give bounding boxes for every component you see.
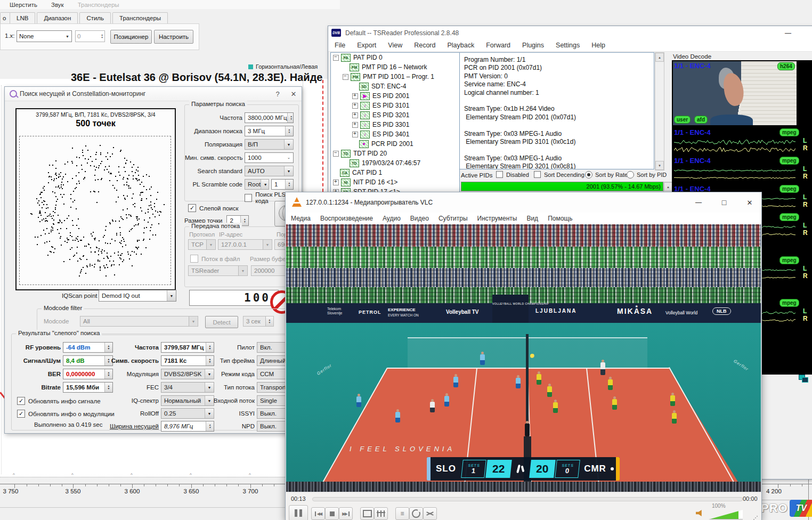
tree-node[interactable]: TD TDT PID 20 <box>331 149 459 158</box>
tree-node-label[interactable]: ES PID 2001 <box>372 92 409 100</box>
expand-toggle-icon[interactable] <box>343 65 347 70</box>
expand-toggle-icon[interactable] <box>352 93 358 99</box>
chevron-down-icon[interactable]: ▼ <box>261 180 269 189</box>
vlc-menu-item[interactable]: Вид <box>526 215 538 222</box>
background-menu-item[interactable]: Звук <box>51 2 64 8</box>
tree-node[interactable]: ♪ ES PID 3101 <box>331 101 459 110</box>
tree-node-label[interactable]: PCR PID 2001 <box>371 140 413 148</box>
sort-by-pid-radio[interactable]: Sort by PID <box>627 171 667 178</box>
vlc-menu-item[interactable]: Медиа <box>291 215 311 222</box>
scroll-up-icon[interactable]: ▲ <box>655 53 664 62</box>
tsreader-menu-item[interactable]: Playback <box>447 42 474 49</box>
tab-partial[interactable]: о <box>0 12 11 23</box>
expand-toggle-icon[interactable] <box>333 180 339 185</box>
tree-node[interactable]: SD SDT: ENC-4 <box>331 82 459 91</box>
tree-node[interactable]: ♪ ES PID 3401 <box>331 129 459 139</box>
update-modulation-checkbox[interactable]: ✓Обновлять инфо о модуляции <box>17 410 115 418</box>
spinner-arrows-icon[interactable]: ▴▾ <box>101 34 103 39</box>
tree-node[interactable]: PA PAT PID 0 <box>331 53 459 62</box>
tsreader-menu-item[interactable]: Plugins <box>522 42 544 49</box>
background-menu-item[interactable]: Транспондеры <box>78 2 119 8</box>
tree-node-label[interactable]: TDT PID 20 <box>353 150 387 157</box>
tsreader-menu-item[interactable]: Help <box>591 42 605 49</box>
background-tab[interactable]: LNB <box>10 12 35 23</box>
disabled-checkbox[interactable]: Disabled <box>496 171 529 178</box>
chevron-down-icon[interactable]: ⌄ <box>285 153 293 162</box>
tree-node[interactable]: NI NIT PID 16 <1> <box>331 177 459 187</box>
sort-by-rate-radio[interactable]: Sort by Rate <box>585 171 628 178</box>
playlist-button[interactable]: ≡ <box>395 507 409 520</box>
video-display[interactable]: TelekomSlovenije PETROL EXPERIENCE EVERY… <box>286 224 761 492</box>
program-info-pane[interactable]: Program Number: 1/1PCR on PID 2001 (0x07… <box>459 52 654 169</box>
vlc-menu-item[interactable]: Инструменты <box>477 215 517 222</box>
close-button[interactable]: ✕ <box>737 192 762 213</box>
vlc-menu-item[interactable]: Субтитры <box>439 215 468 222</box>
volume-slider[interactable] <box>709 510 743 519</box>
chevron-down-icon[interactable]: ▼ <box>284 166 293 176</box>
expand-toggle-icon[interactable] <box>352 132 358 137</box>
snr-field[interactable]: 8,4 dB▴▾ <box>63 355 113 366</box>
constellation-plot[interactable] <box>19 136 171 285</box>
close-button[interactable]: ✕ <box>286 87 302 100</box>
expand-toggle-icon[interactable] <box>352 103 358 109</box>
background-tab[interactable]: Стиль <box>79 12 111 23</box>
positioner-button[interactable]: Позиционер <box>110 30 152 44</box>
tree-node[interactable]: CA CAT PID 1 <box>331 168 459 177</box>
tsreader-menu-item[interactable]: View <box>388 42 402 49</box>
tree-node-label[interactable]: PMT PID 1001 – Progr. 1 <box>363 73 434 80</box>
background-tab[interactable]: Транспондеры <box>112 12 168 23</box>
info-scrollbar[interactable]: ▲ ▼ <box>655 52 664 170</box>
expand-toggle-icon[interactable] <box>333 55 339 61</box>
tsreader-menu-item[interactable]: Settings <box>556 42 580 49</box>
vlc-menu-item[interactable]: Видео <box>410 215 429 222</box>
expand-toggle-icon[interactable] <box>333 170 338 175</box>
carrier-width-link[interactable]: Ширина несущей <box>108 423 159 429</box>
expand-toggle-icon[interactable] <box>352 84 357 89</box>
expand-toggle-icon[interactable] <box>352 112 358 118</box>
search-standard-select[interactable]: AUTO▼ <box>245 166 294 176</box>
pid-rate-bar[interactable]: 2001 (93.57% - 14.67 Mbps) <box>461 182 663 191</box>
tree-node-label[interactable]: ES PID 3301 <box>372 121 409 128</box>
tree-node-label[interactable]: ES PID 3201 <box>372 111 409 119</box>
tsreader-menu-item[interactable]: Record <box>414 42 435 49</box>
tsreader-menu-item[interactable]: File <box>335 42 345 49</box>
stop-button[interactable] <box>325 507 339 520</box>
loop-button[interactable] <box>409 507 423 520</box>
help-button[interactable]: ? <box>270 87 286 100</box>
next-button[interactable]: ▶▶ <box>339 507 353 520</box>
update-signal-checkbox[interactable]: ✓Обновлять инфо сигнале <box>17 397 101 405</box>
expand-toggle-icon[interactable] <box>352 122 358 128</box>
scroll-up-icon[interactable]: ▲ <box>664 182 672 191</box>
pause-button[interactable] <box>289 505 308 520</box>
spinner-arrows-icon[interactable]: ▴▾ <box>285 126 293 136</box>
tree-node-label[interactable]: NIT PID 16 <1> <box>353 178 397 186</box>
tsreader-menu-item[interactable]: Export <box>357 42 376 49</box>
equalizer-button[interactable] <box>374 507 388 520</box>
bitrate-field[interactable]: 15,596 Мби▴▾ <box>63 382 113 393</box>
background-tab[interactable]: Диапазон <box>37 12 78 23</box>
minimize-button[interactable]: — <box>785 29 793 37</box>
maximize-button[interactable]: □ <box>712 192 736 213</box>
previous-button[interactable]: ◀◀ <box>311 507 325 520</box>
ber-field[interactable]: 0,0000000▴▾ <box>63 369 113 379</box>
blind-search-checkbox[interactable]: ✓Слепой поиск <box>188 204 238 212</box>
tree-node-label[interactable]: 1979/03/24 07:46:57 <box>362 159 420 167</box>
tree-node[interactable]: ♪ ES PID 3201 <box>331 110 459 120</box>
tree-node[interactable]: TD 1979/03/24 07:46:57 <box>331 158 459 168</box>
tsreader-titlebar[interactable]: DVB Default -- TSReader Professional 2.8… <box>328 26 812 39</box>
expand-toggle-icon[interactable] <box>333 151 339 157</box>
tree-node-label[interactable]: ES PID 3401 <box>372 131 409 138</box>
min-symbolrate-combo[interactable]: 1000⌄ <box>245 152 294 163</box>
shuffle-button[interactable] <box>423 507 437 520</box>
tree-node[interactable]: PM PMT PID 1001 – Progr. 1 <box>331 72 459 82</box>
tree-node[interactable]: ▶ ES PID 2001 <box>331 91 459 101</box>
configure-button[interactable]: Настроить <box>154 30 193 44</box>
position-stepper[interactable]: 0▴▾ <box>75 30 105 42</box>
rf-level-field[interactable]: -64 dBm▴▾ <box>63 342 113 353</box>
tree-node[interactable]: PM PMT PID 16 – Network <box>331 62 459 72</box>
vlc-menu-item[interactable]: Аудио <box>383 215 401 222</box>
sort-descending-checkbox[interactable]: Sort Decending <box>534 171 584 178</box>
expand-toggle-icon[interactable] <box>343 161 347 166</box>
scroll-down-icon[interactable]: ▼ <box>655 161 664 170</box>
vlc-menu-item[interactable]: Воспроизведение <box>320 215 373 222</box>
